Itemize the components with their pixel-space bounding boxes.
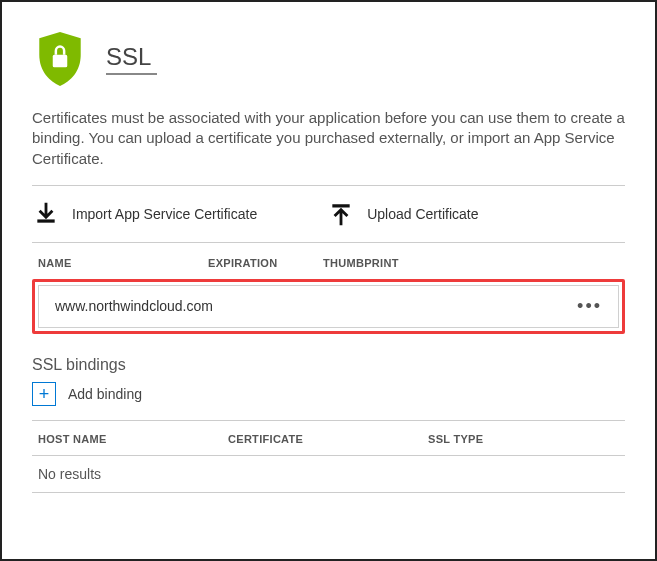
certificate-actions: Import App Service Certificate Upload Ce… [32, 186, 625, 242]
certificate-row[interactable]: www.northwindcloud.com ••• [38, 285, 619, 328]
col-host-name: HOST NAME [38, 433, 228, 445]
ssl-settings-panel: SSL Certificates must be associated with… [0, 0, 657, 561]
highlighted-certificate-row: www.northwindcloud.com ••• [32, 279, 625, 334]
col-certificate: CERTIFICATE [228, 433, 428, 445]
download-icon [32, 200, 60, 228]
more-options-icon[interactable]: ••• [577, 296, 602, 317]
svg-rect-2 [333, 204, 350, 207]
divider [32, 492, 625, 493]
plus-icon: + [32, 382, 56, 406]
col-name: NAME [38, 257, 168, 269]
col-thumbprint: THUMBPRINT [323, 257, 625, 269]
upload-icon [327, 200, 355, 228]
page-title: SSL [106, 43, 157, 75]
add-binding-label: Add binding [68, 386, 142, 402]
certificate-name: www.northwindcloud.com [55, 298, 213, 314]
col-expiration: EXPIRATION [208, 257, 283, 269]
page-description: Certificates must be associated with you… [32, 108, 625, 169]
svg-rect-0 [53, 55, 68, 67]
page-header: SSL [32, 28, 625, 90]
upload-certificate-button[interactable]: Upload Certificate [327, 200, 478, 228]
import-certificate-button[interactable]: Import App Service Certificate [32, 200, 257, 228]
bindings-table-header: HOST NAME CERTIFICATE SSL TYPE [32, 421, 625, 455]
upload-certificate-label: Upload Certificate [367, 206, 478, 222]
svg-rect-1 [37, 219, 54, 222]
add-binding-button[interactable]: + Add binding [32, 382, 142, 406]
col-ssl-type: SSL TYPE [428, 433, 625, 445]
shield-lock-icon [32, 28, 88, 90]
ssl-bindings-heading: SSL bindings [32, 356, 625, 374]
bindings-empty-text: No results [32, 456, 625, 492]
import-certificate-label: Import App Service Certificate [72, 206, 257, 222]
certificate-table-header: NAME EXPIRATION THUMBPRINT [32, 243, 625, 279]
